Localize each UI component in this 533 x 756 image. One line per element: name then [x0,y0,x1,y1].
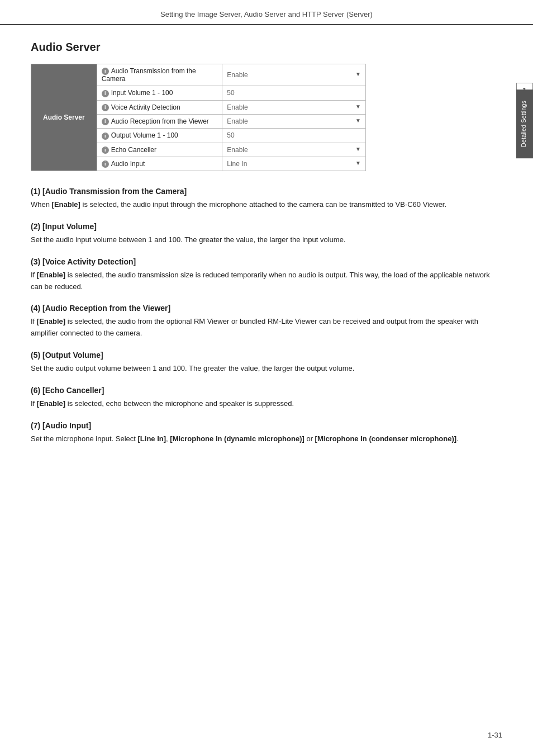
desc-body-3: If [Enable] is selected, the audio from … [31,316,502,339]
page-number: 1-31 [488,731,502,739]
desc-body-2: If [Enable] is selected, the audio trans… [31,270,502,293]
table-field-3: iAudio Reception from the Viewer [97,114,222,128]
info-icon-3: i [102,118,109,125]
table-value-0[interactable]: Enable▼ [222,64,366,86]
table-field-6: iAudio Input [97,157,222,171]
desc-heading-0: (1) [Audio Transmission from the Camera] [31,187,502,196]
desc-section-2: (3) [Voice Activity Detection]If [Enable… [31,257,502,293]
table-value-3[interactable]: Enable▼ [222,114,366,128]
desc-heading-2: (3) [Voice Activity Detection] [31,257,502,266]
dropdown-arrow-0: ▼ [355,71,361,77]
desc-heading-3: (4) [Audio Reception from the Viewer] [31,304,502,313]
desc-heading-5: (6) [Echo Canceller] [31,386,502,395]
desc-body-0: When [Enable] is selected, the audio inp… [31,199,502,211]
desc-heading-6: (7) [Audio Input] [31,421,502,430]
info-icon-5: i [102,147,109,154]
desc-section-5: (6) [Echo Canceller]If [Enable] is selec… [31,386,502,410]
desc-section-0: (1) [Audio Transmission from the Camera]… [31,187,502,211]
desc-section-6: (7) [Audio Input]Set the microphone inpu… [31,421,502,445]
table-field-4: iOutput Volume 1 - 100 [97,129,222,143]
desc-heading-1: (2) [Input Volume] [31,222,502,231]
table-label-col: Audio Server [31,64,97,171]
desc-section-4: (5) [Output Volume]Set the audio output … [31,351,502,375]
sidebar-tab: Detailed Settings [516,89,533,158]
desc-section-3: (4) [Audio Reception from the Viewer]If … [31,304,502,339]
desc-section-1: (2) [Input Volume]Set the audio input vo… [31,222,502,246]
settings-table: Audio ServeriAudio Transmission from the… [31,64,366,171]
header-title: Setting the Image Server, Audio Server a… [160,10,373,18]
desc-body-4: Set the audio output volume between 1 an… [31,363,502,375]
page-header: Setting the Image Server, Audio Server a… [0,0,533,25]
dropdown-arrow-2: ▼ [355,103,361,110]
desc-body-6: Set the microphone input. Select [Line I… [31,433,502,445]
table-value-6[interactable]: Line In▼ [222,157,366,171]
desc-heading-4: (5) [Output Volume] [31,351,502,360]
table-value-4: 50 [222,129,366,143]
section-title: Audio Server [31,41,502,54]
table-value-1: 50 [222,86,366,100]
dropdown-arrow-6: ▼ [355,160,361,166]
dropdown-arrow-3: ▼ [355,117,361,124]
info-icon-6: i [102,160,109,168]
table-field-5: iEcho Canceller [97,143,222,157]
table-field-0: iAudio Transmission from the Camera [97,64,222,86]
table-field-1: iInput Volume 1 - 100 [97,86,222,100]
desc-body-5: If [Enable] is selected, echo between th… [31,398,502,410]
info-icon-4: i [102,133,109,140]
table-field-2: iVoice Activity Detection [97,100,222,114]
info-icon-0: i [102,68,109,75]
desc-body-1: Set the audio input volume between 1 and… [31,234,502,246]
info-icon-2: i [102,104,109,111]
info-icon-1: i [102,90,109,97]
table-value-5[interactable]: Enable▼ [222,143,366,157]
table-value-2[interactable]: Enable▼ [222,100,366,114]
dropdown-arrow-5: ▼ [355,146,361,152]
